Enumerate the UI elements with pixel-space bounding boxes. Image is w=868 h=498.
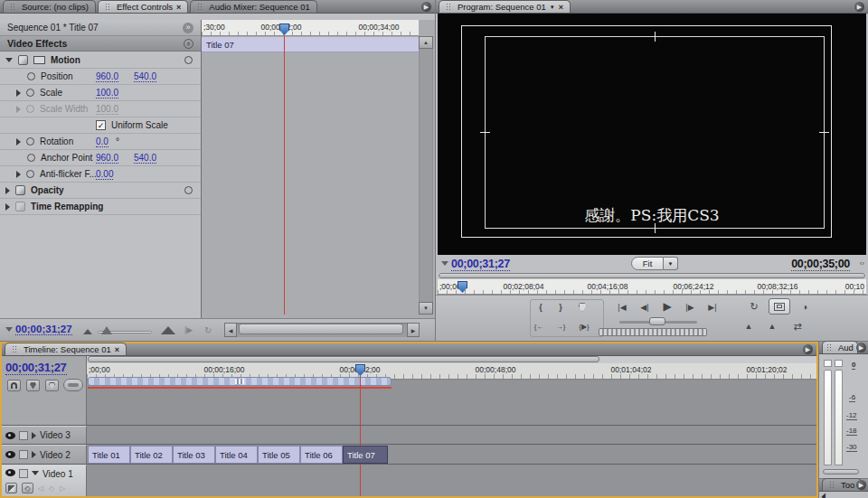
panel-menu-icon[interactable]: ▶ bbox=[856, 480, 866, 490]
set-marker-button[interactable] bbox=[573, 300, 591, 315]
program-zoom-handle[interactable] bbox=[439, 273, 865, 278]
position-y-value[interactable]: 540.0 bbox=[134, 71, 156, 82]
expand-opacity-icon[interactable] bbox=[5, 187, 10, 194]
expand-anti-flicker-icon[interactable] bbox=[16, 171, 21, 178]
scroll-up-icon[interactable]: ▲ bbox=[419, 36, 433, 49]
safe-margins-button[interactable] bbox=[769, 298, 790, 315]
zoom-level-dropdown-icon[interactable]: ▼ bbox=[664, 257, 678, 270]
timeline-current-timecode[interactable]: 00;00;31;27 bbox=[5, 361, 67, 375]
vertical-scrollbar[interactable] bbox=[419, 36, 433, 315]
horizontal-scrollbar-handle[interactable] bbox=[823, 469, 859, 475]
step-back-button[interactable]: ◀| bbox=[636, 300, 654, 315]
close-icon[interactable]: × bbox=[115, 345, 119, 354]
jog-disk[interactable] bbox=[599, 328, 707, 336]
play-in-to-out-button[interactable]: {▶} bbox=[575, 319, 593, 334]
effect-enabled-icon[interactable] bbox=[15, 185, 25, 195]
zoom-in-icon[interactable] bbox=[161, 326, 175, 334]
collapse-section-icon[interactable]: « bbox=[184, 39, 193, 49]
scroll-left-icon[interactable]: ◀ bbox=[224, 323, 237, 337]
show-hide-timeline-view-icon[interactable]: » bbox=[183, 23, 193, 33]
track-lock-box[interactable] bbox=[19, 431, 28, 440]
tab-source[interactable]: Source: (no clips) bbox=[3, 0, 96, 13]
encore-chapter-marker-button[interactable] bbox=[26, 380, 40, 391]
scrollbar-handle[interactable] bbox=[239, 324, 403, 334]
panel-menu-icon[interactable]: ▶ bbox=[421, 2, 431, 12]
anchor-y-value[interactable]: 540.0 bbox=[134, 153, 156, 164]
expand-rotation-icon[interactable] bbox=[16, 138, 21, 146]
anchor-x-value[interactable]: 960.0 bbox=[96, 153, 118, 164]
step-forward-button[interactable]: |▶ bbox=[681, 300, 699, 315]
loop-button[interactable]: ↻ bbox=[745, 299, 763, 314]
set-in-point-button[interactable]: { bbox=[532, 300, 550, 315]
scroll-down-icon[interactable]: ▼ bbox=[419, 302, 433, 315]
expand-track-icon[interactable] bbox=[32, 432, 36, 439]
uniform-scale-checkbox[interactable]: ✓ bbox=[96, 120, 106, 130]
scale-value[interactable]: 100.0 bbox=[96, 88, 118, 99]
goto-in-point-button[interactable]: {← bbox=[530, 319, 548, 334]
chevron-down-icon[interactable]: ▼ bbox=[550, 5, 555, 10]
collapse-motion-icon[interactable] bbox=[5, 58, 13, 62]
track-lock-box[interactable] bbox=[19, 450, 28, 459]
tab-audio-mixer[interactable]: Audio Mixer: Sequence 01 bbox=[190, 0, 316, 13]
track-lock-box[interactable] bbox=[19, 469, 28, 478]
timeline-zoom-handle[interactable] bbox=[88, 356, 599, 362]
tab-effect-controls[interactable]: Effect Controls× bbox=[98, 0, 188, 13]
rotation-value[interactable]: 0.0 bbox=[96, 136, 108, 147]
position-x-value[interactable]: 960.0 bbox=[96, 71, 118, 82]
toggle-track-output-icon[interactable] bbox=[5, 432, 15, 439]
clip-title-02[interactable]: Title 02 bbox=[130, 446, 173, 464]
timeline-scroll-strip[interactable] bbox=[87, 356, 816, 363]
scroll-right-icon[interactable]: ▶ bbox=[407, 323, 420, 337]
program-current-timecode[interactable]: 00;00;31;27 bbox=[451, 258, 510, 271]
toggle-animation-icon[interactable] bbox=[26, 89, 34, 97]
zoom-level-select[interactable]: Fit bbox=[631, 257, 664, 270]
toggle-animation-icon[interactable] bbox=[26, 137, 34, 146]
effect-timeline-ruler[interactable]: ;30;00 00;00;32;00 00;00;34;00 bbox=[202, 20, 419, 36]
anti-flicker-value[interactable]: 0.00 bbox=[96, 169, 113, 180]
trim-button[interactable]: ⇄ bbox=[788, 319, 807, 334]
lift-button[interactable]: ▲ bbox=[740, 319, 758, 334]
panel-menu-icon[interactable]: ▶ bbox=[803, 344, 813, 354]
set-out-point-button[interactable]: } bbox=[552, 300, 570, 315]
stopwatch-icon[interactable] bbox=[184, 186, 193, 194]
expand-time-remapping-icon[interactable] bbox=[5, 203, 10, 211]
output-button[interactable]: ◑ bbox=[796, 299, 814, 314]
close-icon[interactable]: × bbox=[176, 3, 181, 12]
collapse-icon[interactable] bbox=[5, 327, 13, 332]
panel-menu-icon[interactable]: ▶ bbox=[854, 2, 864, 12]
clip-title-07[interactable]: Title 07 bbox=[343, 446, 388, 464]
effect-timeline-clip[interactable]: Title 07 bbox=[202, 37, 419, 52]
play-button[interactable]: ▶ bbox=[658, 299, 676, 314]
selection-tool-icon[interactable]: ◣ bbox=[821, 492, 831, 498]
goto-next-edit-button[interactable]: ▶| bbox=[703, 300, 722, 315]
expand-scale-icon[interactable] bbox=[16, 89, 21, 97]
set-display-style-button[interactable] bbox=[5, 483, 17, 493]
tab-timeline[interactable]: Timeline: Sequence 01 × bbox=[5, 343, 127, 355]
effect-current-timecode[interactable]: 00;00;31;27 bbox=[15, 324, 72, 335]
close-icon[interactable]: × bbox=[559, 3, 563, 12]
zoom-slider-handle[interactable] bbox=[101, 326, 112, 334]
extract-button[interactable]: ▲ bbox=[763, 319, 781, 334]
goto-previous-edit-button[interactable]: |◀ bbox=[613, 300, 631, 315]
work-area-grip[interactable] bbox=[235, 379, 244, 384]
video-effects-header[interactable]: Video Effects « bbox=[0, 36, 201, 52]
shuttle-slider-handle[interactable] bbox=[649, 317, 665, 325]
collapse-track-icon[interactable] bbox=[32, 471, 39, 475]
clip-title-05[interactable]: Title 05 bbox=[258, 446, 300, 464]
clip-title-01[interactable]: Title 01 bbox=[88, 446, 130, 464]
toggle-animation-icon[interactable] bbox=[27, 154, 35, 162]
clip-title-03[interactable]: Title 03 bbox=[173, 446, 215, 464]
tab-program[interactable]: Program: Sequence 01 ▼ × bbox=[439, 0, 571, 13]
toggle-button[interactable] bbox=[63, 379, 83, 391]
toggle-track-output-icon[interactable] bbox=[5, 451, 15, 458]
toggle-animation-icon[interactable] bbox=[27, 72, 35, 80]
zoom-out-icon[interactable] bbox=[83, 329, 92, 334]
tab-audio-meters[interactable]: Aud bbox=[822, 341, 858, 353]
toggle-track-output-icon[interactable] bbox=[5, 469, 15, 476]
work-area-bar[interactable] bbox=[88, 377, 392, 386]
toggle-animation-icon[interactable] bbox=[26, 170, 34, 178]
goto-out-point-button[interactable]: →} bbox=[552, 319, 570, 334]
unnumbered-marker-button[interactable] bbox=[45, 380, 59, 391]
expand-track-icon[interactable] bbox=[32, 451, 36, 458]
effect-enabled-icon[interactable] bbox=[18, 55, 28, 65]
